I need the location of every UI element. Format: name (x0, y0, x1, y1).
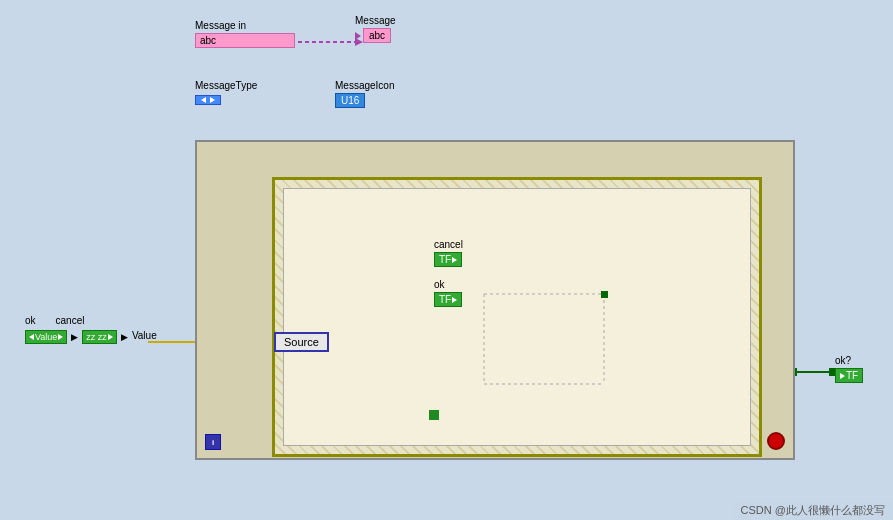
message-out-value: abc (369, 30, 385, 41)
inner-box: cancel TF ok TF (272, 177, 762, 457)
ok-value-node[interactable]: Value (25, 330, 67, 344)
ok-outer-label: ok (25, 315, 36, 326)
value-text: Value (132, 330, 157, 344)
ok-inner-label: ok (434, 279, 462, 290)
ok-value-text: Value (35, 332, 57, 342)
msgtype-label: MessageType (195, 80, 257, 91)
arrow-icon (355, 32, 361, 40)
out-arrow-icon (840, 373, 845, 379)
msgtype-group: MessageType (195, 80, 257, 105)
bottom-connector (429, 410, 439, 420)
ok-inner-value: TF (439, 294, 451, 305)
watermark: CSDN @此人很懒什么都没写 (733, 501, 893, 520)
ok-inner-group: ok TF (434, 279, 462, 307)
msgicon-value: U16 (341, 95, 359, 106)
inner-wires (284, 189, 750, 445)
source-label: Source (284, 336, 319, 348)
message-in-label: Message in (195, 20, 295, 31)
inner-box-content: cancel TF ok TF (283, 188, 751, 446)
msgicon-node[interactable]: U16 (335, 93, 365, 108)
stop-button[interactable] (767, 432, 785, 450)
cancel-inner-value: TF (439, 254, 451, 265)
message-out-node[interactable]: abc (363, 28, 391, 43)
left-arrow-icon (201, 97, 206, 103)
msgicon-label: MessageIcon (335, 80, 394, 91)
value-left-arrow-icon (29, 334, 34, 340)
iter-label: i (212, 438, 214, 447)
ok-out-value: TF (846, 370, 858, 381)
message-in-value: abc (200, 35, 216, 46)
cancel-inner-group: cancel TF (434, 239, 463, 267)
right-arrow-icon (210, 97, 215, 103)
msgtype-node[interactable] (195, 95, 221, 105)
cancel-outer-label: cancel (56, 315, 85, 326)
ok-cancel-outer-group: ok cancel Value ▶ zz zz ▶ Value (25, 315, 157, 344)
watermark-text: CSDN @此人很懒什么都没写 (741, 504, 885, 516)
cancel-value-node[interactable]: zz zz (82, 330, 117, 344)
value-right-arrow-icon (58, 334, 63, 340)
ok-out-group: ok? TF (835, 355, 863, 383)
message-in-node[interactable]: abc (195, 33, 295, 48)
cancel-inner-label: cancel (434, 239, 463, 250)
ok-input-node: ▶ (71, 330, 78, 344)
tf-arrow-icon (452, 257, 457, 263)
msgicon-group: MessageIcon U16 (335, 80, 394, 108)
ok-tf-arrow-icon (452, 297, 457, 303)
message-out-label: Message (355, 15, 396, 26)
ok-out-node[interactable]: TF (835, 368, 863, 383)
cancel-inner-node[interactable]: TF (434, 252, 462, 267)
source-box[interactable]: Source (274, 332, 329, 352)
cancel-input-node: ▶ (121, 330, 128, 344)
cancel-value-arrow-icon (108, 334, 113, 340)
cancel-value-indicator: zz zz (86, 332, 107, 342)
iteration-counter: i (205, 434, 221, 450)
ok-out-label: ok? (835, 355, 863, 366)
message-in-group: Message in abc (195, 20, 295, 48)
ok-inner-node[interactable]: TF (434, 292, 462, 307)
message-out-group: Message abc (355, 15, 396, 43)
svg-rect-16 (601, 291, 608, 298)
main-diagram-box: ✕ {0} "ok", "cancel": Value Change cance… (195, 140, 795, 460)
